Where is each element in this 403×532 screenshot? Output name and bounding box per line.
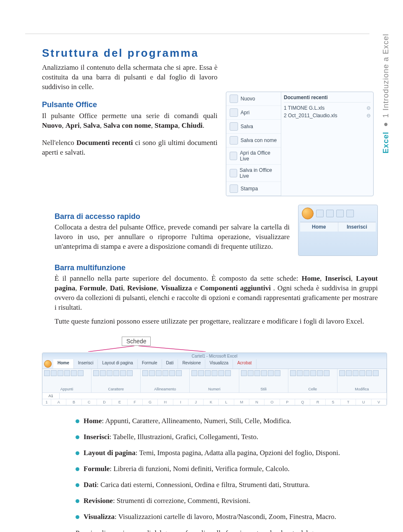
- list-item: Inserisci: Tabelle, Illustrazioni, Grafi…: [76, 432, 378, 442]
- ribbon-button-icon: [205, 370, 211, 376]
- ribbon-button-icon: [297, 370, 303, 376]
- print-icon: [230, 184, 238, 193]
- qat-redo-icon: [336, 210, 344, 217]
- office-menu-item: Salva con nome: [226, 134, 281, 147]
- column-header: J: [188, 399, 204, 405]
- column-header: B: [66, 399, 81, 405]
- column-headers: 1ABCDEFGHIJKLMNOPQRSTUV: [42, 399, 387, 405]
- column-header: Q: [295, 399, 310, 405]
- callout-lines: [80, 346, 248, 352]
- ribbon-button-icon: [58, 370, 63, 376]
- ribbon-button-icon: [107, 370, 113, 376]
- ribbon-button-icon: [359, 370, 365, 376]
- ribbon-group-name: Carattere: [93, 386, 139, 391]
- sec1-p1: Il pulsante Office permette una serie di…: [42, 111, 217, 131]
- ribbon-button-icon: [366, 370, 372, 376]
- ribbon-group: Modifica: [338, 369, 387, 392]
- ribbon-button-icon: [169, 370, 175, 376]
- column-header: G: [143, 399, 158, 405]
- office-menu-item: Salva: [226, 120, 281, 134]
- ribbon-group-name: Allineamento: [142, 386, 188, 391]
- ribbon-screenshot: Cartel1 - Microsoft Excel Home Inserisci…: [42, 353, 387, 406]
- ribbon-button-icon: [78, 370, 84, 376]
- ribbon-button-icon: [149, 370, 155, 376]
- ribbon-button-icon: [324, 370, 330, 376]
- qat-tab-inserisci: Inserisci: [338, 222, 376, 232]
- ribbon-button-icon: [71, 370, 77, 376]
- list-item: Visualizza: Visualizzazioni cartelle di …: [76, 512, 378, 521]
- cloud-save-icon: [230, 169, 237, 177]
- ribbon-button-icon: [142, 370, 148, 376]
- column-header: P: [280, 399, 295, 405]
- tab-groups-text: : Carica dati esterni, Connessioni, Ordi…: [97, 481, 310, 489]
- ribbon-button-icon: [120, 370, 126, 376]
- ribbon-button-icon: [290, 370, 296, 376]
- qat-print-preview-icon: [346, 210, 354, 217]
- qat-screenshot: Home Inserisci: [298, 205, 378, 256]
- tab-groups-text: : Libreria di funzioni, Nomi definiti, V…: [110, 465, 289, 473]
- column-header: V: [372, 399, 387, 405]
- page: Excel ● 1 Introduzione a Excel Struttura…: [0, 0, 403, 532]
- office-menu-item: Salva in Office Live: [226, 165, 281, 182]
- pin-icon: ⊖: [366, 105, 371, 111]
- svg-line-1: [139, 346, 206, 352]
- list-item: Revisione: Strumenti di correzione, Comm…: [76, 496, 378, 506]
- ribbon-tab: Layout di pagina: [98, 359, 137, 369]
- callout-schede: Schede: [122, 337, 151, 346]
- ribbon-button-icon: [346, 370, 352, 376]
- ribbon-button-icon: [44, 370, 50, 376]
- tab-name: Visualizza: [84, 513, 115, 521]
- ribbon-tab: Home: [53, 359, 74, 369]
- office-menu-screenshot: Nuovo Apri Salva Salva con nome Apri da …: [226, 92, 374, 196]
- qat-tab-home: Home: [300, 222, 338, 232]
- side-label-sep: ●: [382, 120, 390, 129]
- page-title: Struttura del programma: [42, 47, 378, 60]
- ribbon-tab: Visualizza: [205, 359, 233, 369]
- ribbon-button-icon: [261, 370, 267, 376]
- ribbon-group: Celle: [288, 369, 338, 392]
- list-item: Dati: Carica dati esterni, Connessioni, …: [76, 480, 378, 490]
- column-header: N: [249, 399, 264, 405]
- ribbon-button-icon: [212, 370, 217, 376]
- save-as-icon: [230, 136, 238, 145]
- tab-groups-text: : Appunti, Carattere, Allineamento, Nume…: [102, 417, 291, 425]
- tab-groups-text: : Tabelle, Illustrazioni, Grafici, Colle…: [109, 433, 258, 441]
- ribbon-button-icon: [268, 370, 274, 376]
- ribbon-button-icon: [225, 370, 231, 376]
- ribbon-tab: Dati: [162, 359, 178, 369]
- ribbon-group-name: Celle: [290, 386, 335, 391]
- ribbon-group-name: Numeri: [191, 386, 237, 391]
- ribbon-button-icon: [248, 370, 254, 376]
- column-header: E: [112, 399, 127, 405]
- ribbon-button-icon: [100, 370, 106, 376]
- top-rule: [25, 34, 369, 34]
- tab-name: Home: [84, 417, 102, 425]
- office-menu-left: Nuovo Apri Salva Salva con nome Apri da …: [226, 92, 281, 196]
- tab-name: Dati: [84, 481, 97, 489]
- heading-ribbon: Barra multifunzione: [55, 263, 378, 272]
- ribbon-button-icon: [127, 370, 133, 376]
- office-orb-icon: [44, 360, 52, 368]
- office-menu-recent: Documenti recenti 1 TIMONE G.L.xls⊖ 2 Oc…: [281, 92, 373, 196]
- ribbon-button-icon: [198, 370, 204, 376]
- list-item: Layout di pagina: Temi, Imposta pagina, …: [76, 448, 378, 458]
- column-header: H: [158, 399, 173, 405]
- recent-item: 1 TIMONE G.L.xls⊖: [284, 104, 371, 112]
- ribbon-group-name: Appunti: [44, 386, 89, 391]
- ribbon-button-icon: [113, 370, 119, 376]
- ribbon-tab: Formule: [138, 359, 162, 369]
- ribbon-tab: Inserisci: [74, 359, 98, 369]
- tab-name: Layout di pagina: [84, 449, 136, 457]
- ribbon-group: Numeri: [190, 369, 239, 392]
- tabs-bullet-list: Home: Appunti, Carattere, Allineamento, …: [76, 416, 378, 522]
- ribbon-button-icon: [162, 370, 168, 376]
- ribbon-group-name: Stili: [241, 386, 286, 391]
- ribbon-button-icon: [156, 370, 162, 376]
- intro-paragraph: Analizziamo il contenuto della schermata…: [42, 63, 217, 92]
- column-header: C: [82, 399, 97, 405]
- tab-name: Formule: [84, 465, 110, 473]
- office-menu-item: Apri da Office Live: [226, 147, 281, 165]
- qat-save-icon: [316, 210, 324, 217]
- column-header: L: [219, 399, 234, 405]
- pin-icon: ⊖: [366, 113, 371, 119]
